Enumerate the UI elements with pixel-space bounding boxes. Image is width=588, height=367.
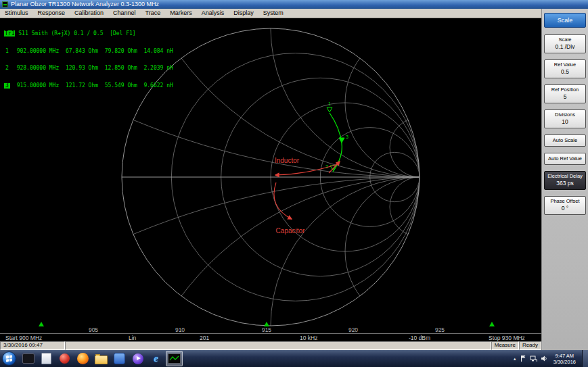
taskbar-icon-firefox[interactable] — [74, 351, 91, 366]
menu-response[interactable]: Response — [33, 9, 70, 18]
softkey-panel-title: Scale — [544, 13, 586, 28]
marker-readout-3: 3 915.00000 MHz 121.72 Ohm 55.549 Ohm 9.… — [4, 83, 173, 89]
blue-app-icon — [114, 353, 125, 364]
stimulus-stop[interactable]: Stop 930 MHz — [489, 335, 525, 341]
firefox-icon — [77, 353, 89, 364]
softkey-electrical-delay[interactable]: Electrical Delay 363 ps — [544, 171, 586, 190]
trace-markers: 1 3 2 — [325, 101, 348, 170]
softkey-auto-scale[interactable]: Auto Scale — [544, 134, 586, 147]
menu-display[interactable]: Display — [229, 9, 258, 18]
axis-tick-925: 925 — [435, 326, 445, 333]
tray-expand-icon[interactable]: ▲ — [513, 357, 517, 361]
axis-tick-910: 910 — [175, 326, 185, 333]
trace-marker-3[interactable] — [339, 138, 344, 143]
status-spacer — [65, 341, 491, 350]
menu-markers[interactable]: Markers — [165, 9, 197, 18]
terminal-icon — [22, 353, 35, 364]
inductor-label: Inductor — [275, 157, 300, 164]
taskbar-icon-document[interactable] — [38, 351, 55, 366]
axis-tick-905: 905 — [89, 326, 98, 333]
stimulus-bar-divider — [0, 333, 541, 334]
menu-analysis[interactable]: Analysis — [197, 9, 229, 18]
inductor-arrow — [275, 164, 338, 175]
capacitor-label: Capacitor — [276, 227, 305, 235]
softkey-ref-value[interactable]: Ref Value 0.5 — [544, 59, 586, 78]
analyzer-app-icon — [168, 353, 181, 364]
taskbar-icon-media-red[interactable] — [56, 351, 73, 366]
volume-icon[interactable] — [541, 355, 547, 362]
trace-name-badge: Tr1 — [4, 30, 15, 36]
taskbar-icon-blue-app[interactable] — [111, 351, 128, 366]
window-title: Planar Obzor TR1300 Network Analyzer 0.3… — [11, 0, 159, 9]
annotation-arrows — [274, 162, 340, 219]
taskbar-icon-analyzer-active[interactable] — [166, 351, 183, 366]
softkey-divisions[interactable]: Divisions 10 — [544, 109, 586, 128]
system-tray: ▲ 9:47 AM 3/30/2016 — [513, 350, 588, 367]
action-center-flag-icon[interactable] — [520, 355, 526, 362]
title-bar[interactable]: Planar Obzor TR1300 Network Analyzer 0.3… — [0, 0, 588, 9]
softkey-panel: Scale Scale 0.1 /Div Ref Value 0.5 Ref P… — [541, 9, 588, 350]
status-measure: Measure — [491, 341, 519, 350]
trace-title-line: Tr1 S11 Smith (R+jX) 0.1 / 0.5 [Del F1] — [4, 31, 173, 37]
axis-tick-920: 920 — [348, 326, 358, 333]
status-bar: 3/30/2016 09:47 Measure Ready — [0, 341, 541, 350]
frequency-axis-markers — [39, 322, 495, 326]
softkey-scale[interactable]: Scale 0.1 /Div — [544, 34, 586, 53]
taskbar-clock[interactable]: 9:47 AM 3/30/2016 — [553, 353, 576, 365]
clock-date: 3/30/2016 — [553, 359, 576, 365]
taskbar-icon-internet-explorer[interactable]: e — [148, 351, 164, 366]
menu-trace[interactable]: Trace — [141, 9, 166, 18]
stimulus-if-bandwidth[interactable]: 10 kHz — [300, 335, 317, 341]
application-window: Planar Obzor TR1300 Network Analyzer 0.3… — [0, 0, 588, 367]
freq-marker-928[interactable] — [489, 322, 495, 326]
smith-chart-area: 1 3 2 Inductor Capacitor Tr — [0, 18, 541, 341]
stimulus-points[interactable]: 201 — [200, 335, 209, 341]
windows-logo-icon — [6, 355, 12, 362]
clock-time: 9:47 AM — [553, 353, 576, 359]
menu-bar: Stimulus Response Calibration Channel Tr… — [0, 9, 541, 18]
taskbar-icon-media-player[interactable] — [129, 351, 146, 366]
trace-marker-3-label: 3 — [346, 134, 348, 139]
trace-marker-1-label: 1 — [328, 101, 331, 106]
softkey-auto-ref-value[interactable]: Auto Ref Value — [544, 153, 586, 165]
status-ready: Ready — [519, 341, 541, 350]
status-datetime: 3/30/2016 09:47 — [0, 341, 65, 350]
softkey-ref-position[interactable]: Ref Position 5 — [544, 84, 586, 103]
red-app-icon — [60, 353, 70, 364]
menu-system[interactable]: System — [258, 9, 288, 18]
windows-taskbar: e ▲ 9:47 AM 3/30/2016 — [0, 350, 588, 367]
stimulus-start[interactable]: Start 900 MHz — [5, 335, 42, 341]
trace-marker-1[interactable] — [327, 107, 332, 112]
taskbar-icon-terminal[interactable] — [20, 351, 37, 366]
media-player-icon — [133, 353, 143, 364]
menu-channel[interactable]: Channel — [108, 9, 141, 18]
taskbar-icon-explorer[interactable] — [93, 351, 110, 366]
freq-marker-915[interactable] — [264, 322, 269, 326]
axis-tick-915: 915 — [262, 326, 271, 333]
freq-marker-902[interactable] — [39, 322, 44, 326]
s11-trace — [330, 113, 342, 172]
menu-stimulus[interactable]: Stimulus — [0, 9, 33, 18]
marker-readout-1: 1 902.00000 MHz 67.843 Ohm 79.820 Ohm 14… — [4, 49, 173, 55]
app-icon — [2, 1, 8, 7]
menu-calibration[interactable]: Calibration — [70, 9, 108, 18]
network-icon[interactable] — [530, 355, 537, 362]
show-desktop-button[interactable] — [582, 350, 588, 367]
internet-explorer-icon: e — [154, 353, 158, 364]
trace-marker-2-label: 2 — [325, 164, 328, 169]
trace-readout: Tr1 S11 Smith (R+jX) 0.1 / 0.5 [Del F1] … — [4, 20, 173, 100]
document-icon — [41, 353, 51, 364]
marker-readout-2: 2 928.00000 MHz 120.93 Ohm 12.850 Ohm 2.… — [4, 66, 173, 72]
start-button[interactable] — [2, 351, 16, 366]
softkey-phase-offset[interactable]: Phase Offset 0 ° — [544, 196, 586, 215]
folder-icon — [95, 356, 108, 364]
stimulus-sweep-type[interactable]: Lin — [129, 335, 136, 341]
stimulus-power[interactable]: -10 dBm — [409, 335, 430, 341]
